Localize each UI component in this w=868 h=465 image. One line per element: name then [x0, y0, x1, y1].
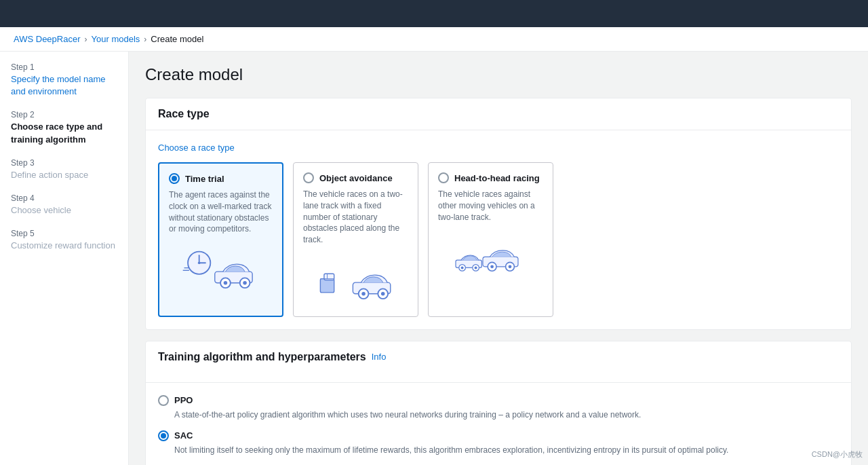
- race-card-head-to-head[interactable]: Head-to-head racing The vehicle races ag…: [428, 162, 553, 317]
- race-card-obj-desc: The vehicle races on a two-lane track wi…: [303, 189, 408, 246]
- sidebar-step-4: Step 4 Choose vehicle: [11, 193, 117, 217]
- radio-time-trial-dot: [172, 176, 177, 181]
- svg-point-24: [508, 265, 511, 269]
- race-type-header: Race type: [146, 98, 851, 130]
- time-trial-illustration: [180, 245, 262, 293]
- sidebar-step-2-num: Step 2: [11, 110, 117, 119]
- race-card-object-avoidance[interactable]: Object avoidance The vehicle races on a …: [293, 162, 418, 317]
- race-card-h2h-title: Head-to-head racing: [454, 173, 540, 183]
- sidebar-step-4-title: Choose vehicle: [11, 204, 117, 217]
- breadcrumb-current: Create model: [151, 34, 203, 44]
- sidebar-step-5-title: Customize reward function: [11, 240, 117, 252]
- race-card-obj-title: Object avoidance: [319, 173, 393, 183]
- h2h-illustration: [450, 233, 532, 280]
- algo-ppo-name: PPO: [174, 395, 193, 405]
- training-title-row: Training algorithm and hyperparameters I…: [158, 351, 839, 363]
- svg-rect-11: [320, 279, 334, 293]
- breadcrumb: AWS DeepRacer › Your models › Create mod…: [0, 27, 868, 52]
- race-card-obj-header: Object avoidance: [303, 172, 408, 183]
- race-card-time-trial-title: Time trial: [185, 174, 224, 184]
- breadcrumb-sep-1: ›: [85, 35, 87, 44]
- svg-point-8: [223, 281, 227, 285]
- training-section: Training algorithm and hyperparameters I…: [145, 341, 852, 465]
- race-card-time-trial-img: [169, 242, 273, 296]
- algo-sac-desc: Not limiting itself to seeking only the …: [174, 444, 839, 456]
- info-link[interactable]: Info: [372, 352, 387, 362]
- sidebar-step-3-title: Define action space: [11, 169, 117, 181]
- algo-sac-option[interactable]: SAC Not limiting itself to seeking only …: [158, 430, 839, 456]
- algo-sac-header: SAC: [158, 430, 839, 441]
- sidebar-step-2-title: Choose race type and training algorithm: [11, 121, 117, 145]
- sidebar-step-5-num: Step 5: [11, 229, 117, 238]
- algo-ppo-option[interactable]: PPO A state-of-the-art policy gradient a…: [158, 395, 839, 421]
- radio-sac: [158, 430, 169, 441]
- sidebar-step-1-num: Step 1: [11, 62, 117, 72]
- radio-ppo: [158, 395, 169, 406]
- obj-avoidance-illustration: [315, 256, 397, 303]
- race-type-body: Choose a race type Time trial The agent …: [146, 130, 851, 329]
- training-title-text: Training algorithm and hyperparameters: [158, 351, 366, 363]
- algo-section-body: PPO A state-of-the-art policy gradient a…: [146, 383, 851, 465]
- watermark: CSDN@小虎牧: [812, 449, 863, 460]
- breadcrumb-your-models[interactable]: Your models: [92, 34, 140, 44]
- breadcrumb-deepracer[interactable]: AWS DeepRacer: [14, 34, 81, 44]
- svg-point-17: [361, 292, 366, 296]
- race-type-title: Race type: [158, 108, 839, 120]
- sidebar: Step 1 Specify the model name and enviro…: [0, 52, 129, 465]
- top-bar: [0, 0, 868, 27]
- race-cards-container: Time trial The agent races against the c…: [158, 162, 839, 317]
- radio-obj: [303, 172, 314, 183]
- choose-race-label: Choose a race type: [158, 143, 839, 153]
- race-type-section: Race type Choose a race type Time trial …: [145, 98, 852, 330]
- sidebar-step-2[interactable]: Step 2 Choose race type and training alg…: [11, 110, 117, 145]
- page-layout: Step 1 Specify the model name and enviro…: [0, 52, 868, 465]
- svg-point-27: [460, 267, 463, 269]
- radio-sac-dot: [161, 433, 166, 439]
- race-card-h2h-desc: The vehicle races against other moving v…: [438, 189, 543, 223]
- radio-time-trial: [169, 173, 180, 184]
- svg-point-19: [380, 292, 384, 296]
- page-title: Create model: [145, 65, 852, 84]
- radio-h2h: [438, 172, 449, 183]
- breadcrumb-sep-2: ›: [144, 35, 146, 44]
- main-content: Create model Race type Choose a race typ…: [129, 52, 868, 465]
- training-header: Training algorithm and hyperparameters I…: [146, 341, 851, 383]
- sidebar-step-4-num: Step 4: [11, 193, 117, 203]
- sidebar-step-3-num: Step 3: [11, 158, 117, 168]
- svg-rect-12: [323, 274, 334, 280]
- race-card-h2h-header: Head-to-head racing: [438, 172, 543, 183]
- race-card-time-trial[interactable]: Time trial The agent races against the c…: [158, 162, 283, 317]
- algo-sac-name: SAC: [174, 430, 193, 441]
- race-card-h2h-img: [438, 229, 543, 284]
- svg-point-22: [490, 265, 494, 269]
- algo-ppo-header: PPO: [158, 395, 839, 406]
- algo-ppo-desc: A state-of-the-art policy gradient algor…: [174, 409, 839, 421]
- svg-point-10: [243, 281, 247, 285]
- race-card-time-trial-header: Time trial: [169, 173, 273, 184]
- sidebar-step-3: Step 3 Define action space: [11, 158, 117, 181]
- sidebar-step-5: Step 5 Customize reward function: [11, 229, 117, 252]
- svg-point-29: [474, 267, 477, 269]
- race-card-obj-img: [303, 253, 408, 307]
- race-card-time-trial-desc: The agent races against the clock on a w…: [169, 189, 273, 235]
- sidebar-step-1[interactable]: Step 1 Specify the model name and enviro…: [11, 62, 117, 98]
- sidebar-step-1-title: Specify the model name and environment: [11, 73, 117, 98]
